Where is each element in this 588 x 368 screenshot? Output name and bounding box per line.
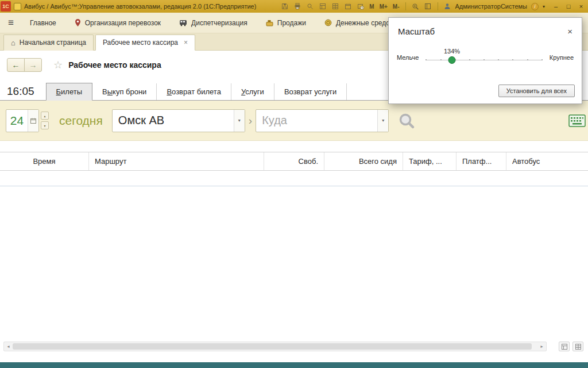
scroll-left-icon[interactable]: ◂ <box>4 344 13 349</box>
tab-label: илеты <box>61 87 82 96</box>
minimize-button[interactable]: – <box>552 3 559 10</box>
zoom-dialog-close-icon[interactable]: × <box>567 27 572 36</box>
date-decrement-button[interactable]: ▾ <box>41 121 49 129</box>
preview-search-icon[interactable] <box>305 2 315 12</box>
zoom-slider-thumb[interactable] <box>448 56 456 64</box>
zoom-slider-ticks <box>425 59 543 60</box>
list-icon[interactable] <box>318 2 327 12</box>
tab-label: куп брони <box>113 87 146 96</box>
tab-cashier-workplace[interactable]: Рабочее место кассира × <box>95 34 195 51</box>
app-icon <box>14 3 21 10</box>
to-station-field[interactable]: Куда ▾ <box>256 109 389 132</box>
info-glyph: i <box>531 3 539 10</box>
tab-label: Начальная страница <box>20 39 86 47</box>
print-icon[interactable] <box>292 2 302 12</box>
memory-m-button[interactable]: М <box>368 3 375 10</box>
zoom-larger-label: Крупнее <box>550 54 574 61</box>
calendar-icon[interactable] <box>343 2 353 12</box>
tab-services[interactable]: Услуги <box>231 83 274 100</box>
titlebar-separator <box>405 2 406 10</box>
memory-mplus-button[interactable]: М+ <box>378 3 389 10</box>
user-icon <box>443 2 452 12</box>
column-header-tariff[interactable]: Тариф, ... <box>403 152 457 170</box>
keyboard-icon[interactable] <box>568 114 586 127</box>
panels-icon[interactable] <box>423 2 433 12</box>
export-table-button[interactable] <box>559 342 570 351</box>
menu-item-prodazhi[interactable]: Продажи <box>258 13 314 33</box>
history-buttons: ← → <box>7 58 42 72</box>
column-header-free-seats[interactable]: Своб. <box>264 152 324 170</box>
tab-key: Б <box>56 87 61 96</box>
hamburger-icon[interactable]: ≡ <box>6 17 20 29</box>
scrollbar-thumb[interactable] <box>13 343 532 350</box>
table-corner-buttons <box>559 342 583 351</box>
apply-for-all-button[interactable]: Установить для всех <box>498 85 575 97</box>
info-icon[interactable]: i <box>530 2 540 12</box>
tab-label: озврат билета <box>172 87 221 96</box>
tab-service-return[interactable]: Возврат услуги <box>274 83 347 100</box>
save-icon[interactable] <box>280 2 289 12</box>
current-time: 16:05 <box>7 85 34 98</box>
back-button[interactable]: ← <box>7 58 25 72</box>
search-button[interactable] <box>398 112 416 129</box>
column-header-route[interactable]: Маршрут <box>89 152 264 170</box>
tab-label: Возврат услуги <box>284 87 336 96</box>
tab-label: Рабочее место кассира <box>103 39 178 47</box>
calendar-picker-icon[interactable] <box>28 110 38 132</box>
column-header-time[interactable]: Время <box>0 152 89 170</box>
window-controls: – □ × <box>552 3 585 10</box>
forward-button[interactable]: → <box>24 58 42 72</box>
bottom-status-strip <box>0 362 588 368</box>
menu-label: Организация перевозок <box>85 19 161 27</box>
trips-table-header: Время Маршрут Своб. Всего сидя Тариф, ..… <box>0 152 588 171</box>
tab-tickets[interactable]: Билеты <box>46 83 92 101</box>
column-header-bus[interactable]: Автобус <box>506 152 588 170</box>
column-header-platform[interactable]: Платф... <box>457 152 506 170</box>
to-station-placeholder[interactable]: Куда <box>256 110 377 132</box>
cashier-tabs: Билеты Выкуп брони Возврат билета Услуги… <box>46 83 347 100</box>
bus-icon <box>179 20 187 26</box>
chevron-down-icon[interactable]: ▾ <box>543 4 545 9</box>
date-spinner: ▴ ▾ <box>41 112 49 129</box>
1c-logo-icon: 1С <box>1 1 11 12</box>
menu-label: Главное <box>30 19 56 27</box>
date-hint-label: сегодня <box>59 114 103 128</box>
table-settings-button[interactable] <box>572 342 583 351</box>
zoom-in-icon[interactable] <box>411 2 420 12</box>
maximize-button[interactable]: □ <box>565 3 572 10</box>
zoom-dialog: Масштаб × Мельче 134% Крупнее Установить… <box>388 17 582 104</box>
tab-redeem-booking[interactable]: Выкуп брони <box>92 83 157 100</box>
date-field[interactable]: 24 <box>6 109 39 132</box>
horizontal-scrollbar[interactable]: ◂ ▸ <box>3 342 547 351</box>
zoom-smaller-label: Мельче <box>397 54 419 61</box>
column-header-total-seats[interactable]: Всего сидя <box>324 152 403 170</box>
menu-item-dispetcherizaciya[interactable]: Диспетчеризация <box>171 13 256 33</box>
from-station-value[interactable]: Омск АВ <box>113 110 234 132</box>
date-value[interactable]: 24 <box>6 110 28 132</box>
tab-ticket-return[interactable]: Возврат билета <box>157 83 231 100</box>
dropdown-icon[interactable]: ▾ <box>234 110 245 132</box>
menu-item-perevozki[interactable]: Организация перевозок <box>67 13 169 33</box>
tab-close-icon[interactable]: × <box>184 39 188 47</box>
tab-home-page[interactable]: ⌂ Начальная страница <box>3 34 94 51</box>
window-title: Авибус / Авибус™:Управление автовокзалам… <box>24 3 256 10</box>
close-window-button[interactable]: × <box>578 3 585 10</box>
from-station-field[interactable]: Омск АВ ▾ <box>112 109 245 132</box>
memory-mminus-button[interactable]: М- <box>392 3 401 10</box>
menu-label: Диспетчеризация <box>191 19 247 27</box>
table-row[interactable] <box>0 171 588 186</box>
menu-item-glavnoe[interactable]: Главное <box>22 13 64 33</box>
date-increment-button[interactable]: ▴ <box>41 112 49 120</box>
tab-label: В <box>102 87 107 96</box>
zoom-slider[interactable]: 134% <box>424 49 544 66</box>
sales-icon <box>266 20 273 26</box>
scroll-right-icon[interactable]: ▸ <box>537 344 546 349</box>
favorite-star-icon[interactable]: ☆ <box>53 59 63 71</box>
zoom-value-label: 134% <box>444 48 460 55</box>
dropdown-icon[interactable]: ▾ <box>377 110 388 132</box>
calendar-clock-icon[interactable] <box>355 2 365 12</box>
current-user[interactable]: АдминистраторСистемы <box>455 3 527 10</box>
money-icon <box>324 19 332 26</box>
table-icon[interactable] <box>330 2 340 12</box>
zoom-slider-row: Мельче 134% Крупнее <box>389 40 582 66</box>
